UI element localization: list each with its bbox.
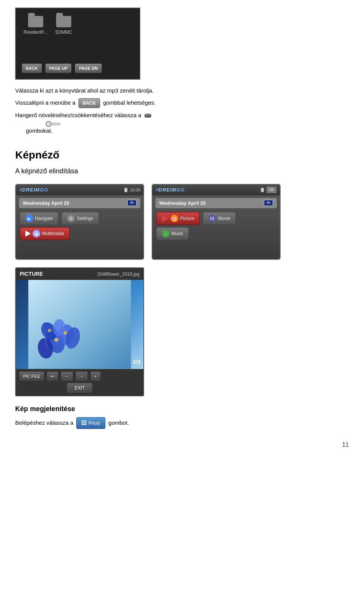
volume-number: 70 (17, 127, 24, 134)
file-icon-sdmmc: SDMMC (55, 16, 72, 36)
section-subheading: A képnéző elindítása (15, 166, 349, 176)
bottom-section: Kép megjelenítése Belépéshez válassza a … (15, 404, 349, 429)
picture-button[interactable]: 🌸 Picture (156, 212, 200, 225)
settings-label: Settings (77, 215, 93, 222)
instruction-block: Válassza ki azt a könyvtárat ahol az mp3… (15, 86, 349, 136)
instruction-line2: Visszalépni a menübe a BACK gombbal lehe… (15, 98, 349, 108)
music-label: Music (171, 230, 183, 237)
picture-controls-row: PIC FILE ↩ ← → + (19, 371, 140, 382)
navigate-label: Navigate (35, 215, 53, 222)
picture-viewer-title: PICTURE (20, 270, 43, 278)
picture-viewer-footer: PIC FILE ↩ ← → + EXIT (16, 369, 143, 396)
instruction-line3-prefix: Hangerő növeléséhez/csökkentéséhez válas… (15, 112, 141, 118)
file-label-sdmmc: SDMMC (55, 29, 72, 36)
picfile-label: PIC FILE (23, 373, 40, 380)
belep-line: Belépéshez válassza a 🖼 Photo gombot. (15, 417, 349, 429)
volume-track (15, 122, 61, 126)
belep-prefix: Belépéshez válassza a (15, 419, 73, 427)
dreimgo-row-nav-settings: ▶ Navigate ⚙ Settings (20, 212, 140, 225)
picfile-button[interactable]: PIC FILE (19, 371, 44, 382)
dreimgo-status-right: OK (261, 186, 277, 193)
time-display: 16:09 (130, 187, 140, 193)
zoom-button[interactable]: + (90, 371, 101, 382)
exit-button[interactable]: EXIT (67, 383, 93, 393)
flag-uk-left: 🇬🇧 (127, 200, 136, 206)
navigate-button[interactable]: ▶ Navigate (20, 212, 58, 225)
dreimgo-logo-left: ▿DREIMGO (19, 186, 48, 194)
date-bar-right: Wednesday April 25 🇬🇧 (155, 198, 277, 209)
section-heading: Képnéző (15, 147, 349, 163)
photo-icon: 🖼 (81, 419, 86, 427)
dreimgo-body-right: 🌸 Picture 🎞 Movie ♫ Music (152, 210, 280, 259)
movie-button[interactable]: 🎞 Movie (203, 212, 236, 225)
dreimgo-header-left: ▿DREIMGO 16:09 (16, 185, 143, 196)
dreimgo-row-multimedia: ◉ Multimedia (20, 227, 140, 240)
mic-icon-right (261, 188, 264, 192)
date-text-left: Wednesday April 25 (23, 199, 69, 207)
svg-point-11 (48, 329, 51, 332)
page-number: 11 (15, 440, 349, 449)
multimedia-button[interactable]: ◉ Multimedia (20, 227, 70, 240)
prev-button[interactable]: ← (61, 371, 73, 382)
picture-viewer-main: 2/3 (16, 280, 143, 369)
file-icons-row: ResidentF... SDMMC (20, 12, 136, 39)
kep-heading: Kép megjelenítése (15, 404, 349, 414)
dreimgo-screen-left: ▿DREIMGO 16:09 Wednesday April 25 🇬🇧 ▶ N… (15, 184, 144, 260)
rotate-button[interactable]: ↩ (47, 371, 58, 382)
picture-counter: 2/3 (133, 358, 140, 366)
dreimgo-row-music: ♫ Music (156, 227, 276, 240)
top-screenshot-buttons: BACK PAGE UP PAGE DN (20, 61, 136, 75)
dreimgo-screen-right: ▿DREIMGO OK Wednesday April 25 🇬🇧 🌸 Pict… (152, 184, 281, 260)
back-button-screenshot: BACK (22, 63, 42, 74)
play-icon-right (162, 215, 169, 222)
flag-uk-right: 🇬🇧 (264, 200, 273, 206)
picture-icon: 🌸 (171, 215, 178, 222)
picture-viewer: PICTURE 2048flower_2019.jpg (15, 267, 144, 396)
folder-icon (28, 16, 43, 27)
photo-button[interactable]: 🖼 Photo (76, 417, 105, 429)
dreimgo-row-picture-movie: 🌸 Picture 🎞 Movie (156, 212, 276, 225)
file-label-resident: ResidentF... (24, 29, 47, 36)
music-button[interactable]: ♫ Music (156, 227, 189, 240)
instruction-line3: Hangerő növeléséhez/csökkentéséhez válas… (15, 111, 349, 120)
back-button-inline: BACK (78, 98, 100, 108)
picture-label: Picture (180, 215, 194, 222)
nav-icon: ▶ (25, 215, 33, 222)
file-icon-resident: ResidentF... (24, 16, 47, 36)
date-text-right: Wednesday April 25 (159, 199, 206, 207)
film-icon: 🎞 (209, 215, 216, 222)
dreimgo-body-left: ▶ Navigate ⚙ Settings ◉ Multimedia (16, 210, 143, 259)
instruction-line3-suffix: gombokat. (26, 127, 52, 134)
picture-viewer-header: PICTURE 2048flower_2019.jpg (16, 268, 143, 280)
instruction-line1: Válassza ki azt a könyvtárat ahol az mp3… (15, 86, 349, 95)
ok-status: OK (266, 186, 277, 193)
svg-point-10 (64, 331, 67, 334)
movie-label: Movie (218, 215, 230, 222)
multimedia-label: Multimedia (42, 230, 64, 237)
music-icon: ♫ (162, 230, 169, 237)
play-icon-left (25, 231, 31, 237)
flower-image (16, 280, 143, 369)
dreimgo-logo-right: ▿DREIMGO (155, 186, 185, 194)
belep-suffix: gombot. (108, 419, 129, 427)
picture-viewer-filename: 2048flower_2019.jpg (97, 271, 140, 278)
disc-icon: ◉ (33, 230, 40, 237)
screenshot-pair: ▿DREIMGO 16:09 Wednesday April 25 🇬🇧 ▶ N… (15, 184, 349, 260)
volume-fill (15, 122, 47, 126)
instruction-line2-prefix: Visszalépni a menübe a (15, 99, 75, 105)
settings-icon: ⚙ (67, 215, 75, 222)
settings-button[interactable]: ⚙ Settings (61, 212, 99, 225)
dreimgo-status-left: 16:09 (124, 187, 140, 193)
svg-point-9 (54, 338, 58, 342)
photo-btn-label: Photo (88, 420, 100, 427)
date-bar-left: Wednesday April 25 🇬🇧 (19, 198, 140, 209)
pagedn-button-screenshot: PAGE DN (75, 63, 102, 74)
pageup-button-screenshot: PAGE UP (45, 63, 72, 74)
volume-thumb (46, 121, 52, 127)
mic-icon-left (124, 188, 127, 192)
next-button[interactable]: → (75, 371, 88, 382)
instruction-line2-suffix: gombbal lehetséges. (103, 99, 155, 105)
dreimgo-header-right: ▿DREIMGO OK (152, 185, 280, 196)
folder-icon (56, 16, 71, 27)
top-screenshot: ResidentF... SDMMC BACK PAGE UP PAGE DN (15, 8, 140, 80)
